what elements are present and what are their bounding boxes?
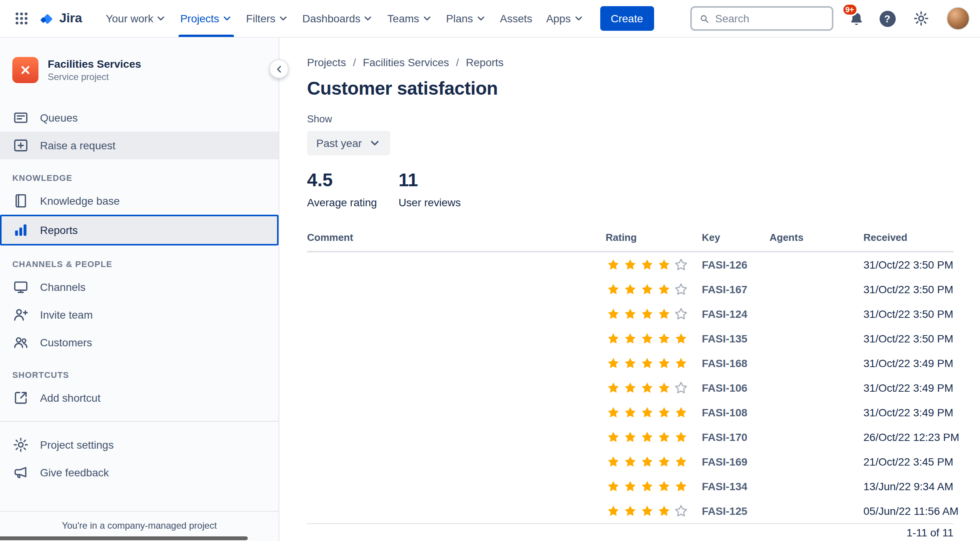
star-filled-icon <box>673 331 689 346</box>
sidebar-item-add-shortcut[interactable]: Add shortcut <box>0 384 279 412</box>
nav-item-dashboards[interactable]: Dashboards <box>296 0 381 37</box>
sidebar-item-knowledge-base[interactable]: Knowledge base <box>0 187 279 215</box>
monitor-icon <box>12 279 29 296</box>
cell-rating <box>606 429 702 445</box>
create-button[interactable]: Create <box>600 6 654 31</box>
gear-icon <box>12 436 29 453</box>
star-filled-icon <box>623 356 638 371</box>
sidebar-item-reports[interactable]: Reports <box>0 215 279 245</box>
question-mark-icon: ? <box>884 13 890 24</box>
sidebar-item-raise-a-request[interactable]: Raise a request <box>0 132 279 159</box>
cell-key[interactable]: FASI-108 <box>702 406 770 419</box>
cell-key[interactable]: FASI-167 <box>702 283 770 296</box>
breadcrumb-link-facilities-services[interactable]: Facilities Services <box>363 56 449 68</box>
cell-received: 31/Oct/22 3:49 PM <box>863 382 953 394</box>
breadcrumb-link-reports[interactable]: Reports <box>466 56 504 68</box>
cell-key[interactable]: FASI-106 <box>702 382 770 394</box>
chevron-down-icon <box>222 13 232 24</box>
invite-icon <box>12 306 29 323</box>
search-box[interactable] <box>690 6 833 31</box>
star-filled-icon <box>656 257 672 272</box>
cell-key[interactable]: FASI-134 <box>702 480 770 493</box>
sidebar-item-label: Customers <box>40 336 92 349</box>
sidebar-item-project-settings[interactable]: Project settings <box>0 431 279 459</box>
star-filled-icon <box>639 306 655 322</box>
column-header-received: Received <box>863 232 953 243</box>
notifications-button[interactable]: 9+ <box>847 9 865 28</box>
sidebar-section-title-shortcuts: SHORTCUTS <box>0 370 279 379</box>
project-name: Facilities Services <box>48 58 141 70</box>
nav-item-apps[interactable]: Apps <box>539 0 591 37</box>
star-filled-icon <box>656 405 672 420</box>
stat-label: Average rating <box>307 196 377 209</box>
sidebar-item-queues[interactable]: Queues <box>0 104 279 132</box>
help-button[interactable]: ? <box>879 10 895 27</box>
table-row: FASI-10631/Oct/22 3:49 PM <box>307 376 953 400</box>
star-filled-icon <box>639 331 655 346</box>
chevron-down-icon <box>475 13 486 24</box>
page-title: Customer satisfaction <box>307 78 980 99</box>
sidebar-item-customers[interactable]: Customers <box>0 329 279 356</box>
settings-button[interactable] <box>909 7 932 30</box>
nav-item-filters[interactable]: Filters <box>239 0 296 37</box>
star-filled-icon <box>606 257 621 272</box>
star-filled-icon <box>623 306 638 322</box>
sidebar-item-give-feedback[interactable]: Give feedback <box>0 459 279 486</box>
nav-item-projects[interactable]: Projects <box>173 0 239 37</box>
search-input[interactable] <box>715 12 825 25</box>
star-filled-icon <box>673 356 689 371</box>
table-header-row: CommentRatingKeyAgentsReceived <box>307 232 953 252</box>
cell-key[interactable]: FASI-126 <box>702 259 770 271</box>
breadcrumb-link-projects[interactable]: Projects <box>307 56 346 68</box>
star-filled-icon <box>623 454 638 469</box>
navbar-right: 9+ ? <box>690 6 969 31</box>
nav-item-assets[interactable]: Assets <box>493 0 539 37</box>
sidebar-horizontal-scrollbar[interactable] <box>0 536 248 540</box>
star-filled-icon <box>606 380 621 396</box>
cell-key[interactable]: FASI-170 <box>702 431 770 443</box>
nav-item-label: Assets <box>500 12 532 25</box>
star-filled-icon <box>606 306 621 322</box>
star-filled-icon <box>606 331 621 346</box>
cell-key[interactable]: FASI-124 <box>702 308 770 320</box>
table-row: FASI-13413/Jun/22 9:34 AM <box>307 474 953 499</box>
table-row: FASI-16731/Oct/22 3:50 PM <box>307 277 953 302</box>
table-row: FASI-13531/Oct/22 3:50 PM <box>307 326 953 351</box>
cell-received: 31/Oct/22 3:49 PM <box>863 406 953 419</box>
sidebar-item-channels[interactable]: Channels <box>0 273 279 301</box>
star-filled-icon <box>639 429 655 445</box>
cell-key[interactable]: FASI-169 <box>702 456 770 468</box>
user-avatar[interactable] <box>946 7 969 30</box>
app-grid-icon <box>14 11 29 26</box>
sidebar-item-invite-team[interactable]: Invite team <box>0 301 279 329</box>
sidebar-collapse-button[interactable] <box>269 59 289 78</box>
notification-badge: 9+ <box>841 3 858 16</box>
star-filled-icon <box>606 405 621 420</box>
time-range-dropdown[interactable]: Past year <box>307 131 390 155</box>
gear-icon <box>912 10 929 27</box>
nav-item-teams[interactable]: Teams <box>381 0 439 37</box>
star-filled-icon <box>623 380 638 396</box>
sidebar-section-title-channels-people: CHANNELS & PEOPLE <box>0 259 279 269</box>
cell-received: 31/Oct/22 3:50 PM <box>863 283 953 296</box>
chevron-down-icon <box>369 137 381 149</box>
star-filled-icon <box>606 429 621 445</box>
chevron-left-icon <box>274 63 284 74</box>
top-navbar: Jira Your workProjectsFiltersDashboardsT… <box>0 0 980 38</box>
cell-key[interactable]: FASI-135 <box>702 332 770 345</box>
stat-user-reviews: 11 User reviews <box>399 169 461 209</box>
star-filled-icon <box>656 306 672 322</box>
star-filled-icon <box>606 356 621 371</box>
app-switcher-button[interactable] <box>11 8 32 29</box>
cell-rating <box>606 405 702 420</box>
stat-value: 4.5 <box>307 169 377 191</box>
cell-key[interactable]: FASI-125 <box>702 505 770 517</box>
star-filled-icon <box>656 429 672 445</box>
jira-logo[interactable]: Jira <box>38 10 82 27</box>
project-sidebar: Facilities Services Service project Queu… <box>0 38 279 541</box>
nav-item-your-work[interactable]: Your work <box>99 0 174 37</box>
cell-key[interactable]: FASI-168 <box>702 357 770 369</box>
star-filled-icon <box>656 331 672 346</box>
nav-item-plans[interactable]: Plans <box>439 0 493 37</box>
nav-item-label: Apps <box>546 12 571 25</box>
